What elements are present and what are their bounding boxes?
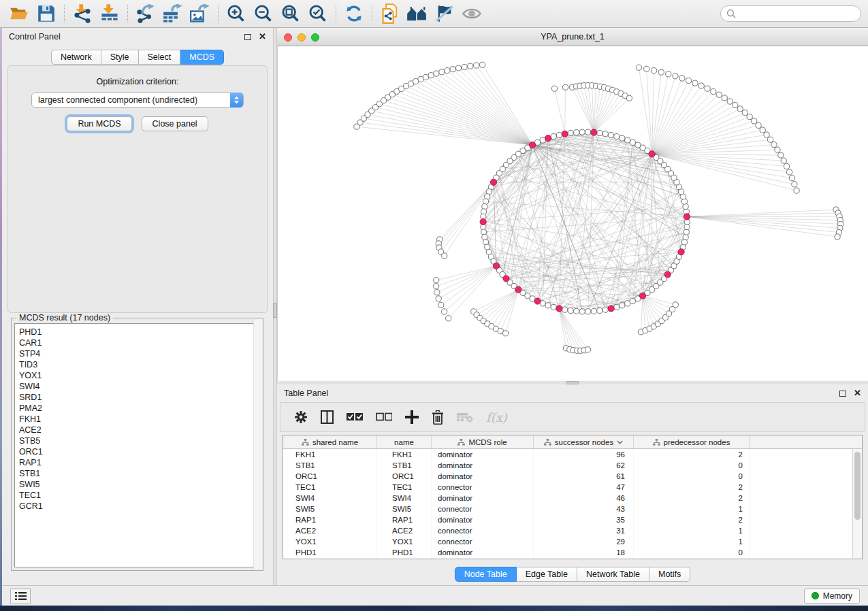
clear-selection-icon[interactable] [376,412,392,422]
cell-predecessor-nodes[interactable]: 1 [634,525,750,536]
result-list-item[interactable]: GCR1 [19,501,259,512]
import-network-icon[interactable] [69,2,96,25]
close-panel-button[interactable]: Close panel [142,116,208,131]
cell-predecessor-nodes[interactable]: 0 [634,471,750,482]
cell-shared-name[interactable]: SWI5 [283,503,377,514]
cell-shared-name[interactable]: PHD1 [283,547,377,558]
table-row[interactable]: SWI4SWI4dominator462 [283,493,862,503]
search-box[interactable] [720,5,861,22]
first-neighbors-icon[interactable] [404,2,431,25]
result-list-item[interactable]: STB5 [19,435,259,446]
cell-successor-nodes[interactable]: 31 [534,525,634,536]
table-scrollbar[interactable] [852,449,862,559]
window-close-icon[interactable] [284,33,292,42]
cell-name[interactable]: ORC1 [377,471,432,482]
tab-node-table[interactable]: Node Table [455,567,517,582]
cell-shared-name[interactable]: FKH1 [283,449,377,460]
cell-successor-nodes[interactable]: 35 [534,514,634,525]
cell-name[interactable]: YOX1 [377,536,432,547]
criterion-dropdown[interactable]: largest connected component (undirected) [31,93,244,108]
tab-network-table[interactable]: Network Table [577,567,649,582]
column-header-MCDS-role[interactable]: MCDS role [432,435,534,448]
cell-successor-nodes[interactable]: 96 [534,449,634,460]
result-list-scrollbar[interactable] [253,319,262,569]
scrollbar-thumb[interactable] [854,452,861,520]
table-row[interactable]: ORC1ORC1dominator610 [283,471,862,482]
cell-predecessor-nodes[interactable]: 0 [634,460,750,471]
tab-motifs[interactable]: Motifs [649,567,690,582]
cell-successor-nodes[interactable]: 46 [534,493,634,503]
cell-successor-nodes[interactable]: 61 [534,471,634,482]
column-header-shared-name[interactable]: shared name [283,435,377,448]
cell-name[interactable]: STB1 [377,460,432,471]
result-list-item[interactable]: TEC1 [19,490,259,501]
add-icon[interactable] [405,410,419,424]
cell-shared-name[interactable]: RAP1 [283,514,377,525]
refresh-view-icon[interactable] [340,2,368,25]
result-list-item[interactable]: RAP1 [19,457,259,468]
cell-MCDS-role[interactable]: connector [432,503,534,514]
show-hidden-icon[interactable] [458,2,485,25]
cell-MCDS-role[interactable]: dominator [432,514,534,525]
table-row[interactable]: SWI5SWI5connector431 [283,503,862,514]
result-list-item[interactable]: SRD1 [19,392,259,403]
cell-shared-name[interactable]: SWI4 [283,493,377,503]
cell-successor-nodes[interactable]: 29 [534,536,634,547]
result-list-item[interactable]: ORC1 [19,446,259,457]
show-columns-icon[interactable] [321,410,334,424]
cell-successor-nodes[interactable]: 62 [534,460,634,471]
cell-MCDS-role[interactable]: connector [432,536,534,547]
table-row[interactable]: TEC1TEC1connector472 [283,482,862,493]
window-zoom-icon[interactable] [311,33,319,42]
tab-edge-table[interactable]: Edge Table [517,567,577,582]
result-list-item[interactable]: PMA2 [19,403,259,414]
cell-predecessor-nodes[interactable]: 2 [634,493,750,503]
clone-network-icon[interactable] [376,2,404,25]
network-graph[interactable] [278,46,868,381]
result-list-item[interactable]: STB1 [19,468,259,479]
cell-MCDS-role[interactable]: connector [432,482,534,493]
select-all-icon[interactable] [347,412,363,422]
cell-predecessor-nodes[interactable]: 0 [634,547,750,558]
tab-style[interactable]: Style [101,50,139,65]
table-row[interactable]: YOX1YOX1connector291 [283,536,862,547]
zoom-out-icon[interactable] [250,2,277,25]
cell-shared-name[interactable]: ORC1 [283,471,377,482]
cell-successor-nodes[interactable]: 18 [534,547,634,558]
column-header-predecessor-nodes[interactable]: predecessor nodes [634,435,750,448]
result-list-item[interactable]: YOX1 [19,370,259,381]
cell-MCDS-role[interactable]: dominator [432,460,534,471]
result-list-item[interactable]: ACE2 [19,425,259,435]
open-file-icon[interactable] [5,2,33,25]
cell-successor-nodes[interactable]: 43 [534,503,634,514]
cell-name[interactable]: RAP1 [377,514,432,525]
cell-name[interactable]: FKH1 [377,449,432,460]
run-mcds-button[interactable]: Run MCDS [67,116,131,131]
cell-shared-name[interactable]: STB1 [283,460,377,471]
cell-MCDS-role[interactable]: connector [432,525,534,536]
cell-name[interactable]: TEC1 [377,482,432,493]
cell-name[interactable]: PHD1 [377,547,432,558]
table-row[interactable]: RAP1RAP1dominator352 [283,514,862,525]
cell-predecessor-nodes[interactable]: 1 [634,536,750,547]
cell-name[interactable]: ACE2 [377,525,432,536]
export-network-icon[interactable] [132,2,159,25]
import-table-icon[interactable] [96,2,123,25]
cell-shared-name[interactable]: ACE2 [283,525,377,536]
close-panel-icon[interactable]: ✕ [259,33,266,40]
result-list-item[interactable]: SWI5 [19,479,259,490]
cell-predecessor-nodes[interactable]: 2 [634,514,750,525]
cell-MCDS-role[interactable]: dominator [432,493,534,503]
mcds-result-list[interactable]: PHD1CAR1STP4TID3YOX1SWI4SRD1PMA2FKH1ACE2… [14,323,260,567]
table-row[interactable]: STB1STB1dominator620 [283,460,862,471]
cell-shared-name[interactable]: YOX1 [283,536,377,547]
cell-MCDS-role[interactable]: dominator [432,471,534,482]
task-history-button[interactable] [10,588,31,604]
result-list-item[interactable]: PHD1 [19,327,259,337]
cell-MCDS-role[interactable]: dominator [432,449,534,460]
table-row[interactable]: FKH1FKH1dominator962 [283,449,862,460]
tab-mcds[interactable]: MCDS [180,50,224,65]
close-panel-icon[interactable]: ✕ [854,390,861,397]
settings-gear-icon[interactable] [294,410,308,424]
save-session-icon[interactable] [33,2,60,25]
